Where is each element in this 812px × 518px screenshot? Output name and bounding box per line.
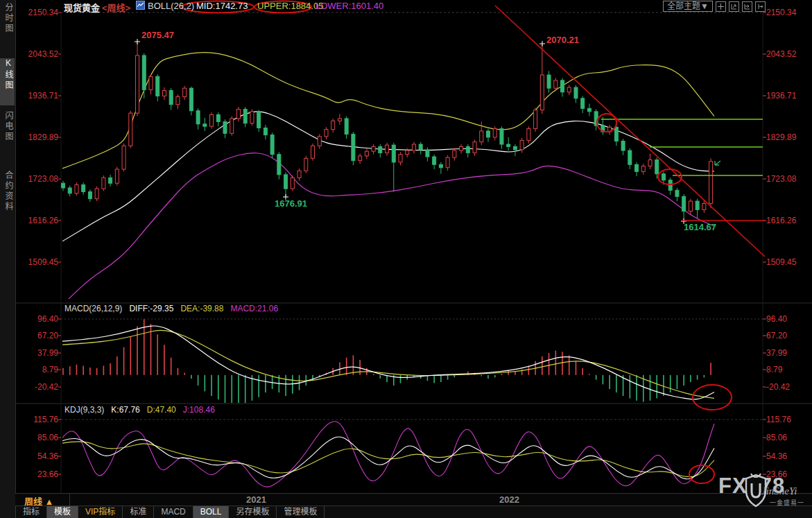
high-price-label-2075: 2075.47 (141, 30, 174, 40)
toolbar-item-4[interactable]: 标准 (123, 506, 154, 518)
timeline-year-2021: 2021 (246, 494, 266, 505)
kdj-d-value: D:47.40 (147, 405, 176, 415)
boll-lower-value: LOWER:1601.40 (316, 1, 383, 11)
pan-right-icon[interactable] (755, 1, 766, 12)
sidebar-tab-3[interactable]: 闪电图 (0, 111, 15, 157)
kdj-axis-label-right: 54.36 (766, 451, 787, 461)
boll-indicator-label: BOLL(26,2) (148, 1, 194, 11)
kdj-axis-label-right: 115.76 (766, 415, 791, 424)
toolbar-item-7[interactable]: 另存模板 (229, 506, 277, 518)
macd-axis-label-right: 8.79 (766, 365, 782, 374)
crosshair-move-icon[interactable] (716, 1, 726, 12)
chart-canvas[interactable] (0, 0, 812, 518)
toolbar-item-8[interactable]: 管理模板 (277, 506, 325, 518)
candlestick-series (62, 42, 713, 221)
price-axis-label-right: 1616.26 (766, 216, 796, 225)
macd-axis-label-right: 37.99 (766, 348, 787, 358)
header-controls: 全部主题▼ (663, 1, 766, 12)
indicator-chart-icon (136, 1, 145, 12)
timeline-divider (69, 494, 70, 506)
kdj-axis-label-right: 23.66 (766, 469, 787, 479)
macd-diff-value: DIFF:-29.35 (129, 304, 173, 313)
kdj-k-value: K:67.76 (111, 405, 139, 415)
timeline-bar: 周线 ▲ 20212022 (15, 493, 812, 506)
period-label[interactable]: <周线> (102, 1, 130, 14)
high-price-label-2070: 2070.21 (546, 35, 579, 45)
price-axis-label-right: 1509.45 (766, 257, 796, 267)
kdj-j-value: J:108.46 (183, 405, 215, 415)
macd-label-row: MACD(26,12,9) DIFF:-29.35 DEA:-39.88 MAC… (64, 304, 278, 313)
boll-upper-value: UPPER:1884.05 (257, 1, 323, 11)
toolbar-item-3[interactable]: VIP指标 (78, 506, 123, 518)
kdj-axis-label-right: 85.06 (766, 433, 787, 442)
kdj-panel (62, 422, 714, 487)
macd-panel (62, 319, 714, 406)
symbol-name[interactable]: 现货黄金 (64, 1, 100, 14)
sidebar-tab-2[interactable]: K线图 (0, 58, 15, 105)
fit-chart-icon[interactable] (729, 1, 739, 12)
sidebar-tab-4[interactable]: 合约资料 (0, 171, 15, 232)
price-axis-label-right: 1936.71 (766, 91, 796, 101)
kdj-label-row: KDJ(9,3,3) K:67.76 D:47.40 J:108.46 (64, 405, 215, 415)
price-axis-label-right: 1829.89 (766, 132, 796, 142)
toolbar-item-6[interactable]: BOLL (193, 506, 230, 518)
kdj-title: KDJ(9,3,3) (64, 405, 104, 415)
macd-axis-label-right: -20.42 (766, 382, 790, 392)
scale-right-icon[interactable] (742, 1, 752, 12)
price-axis-label-right: 2043.52 (766, 49, 796, 59)
bollinger-bands (62, 53, 714, 305)
low-price-label-1676: 1676.91 (275, 198, 307, 209)
bottom-toolbar: 指标模板VIP指标标准MACDBOLL另存模板管理模板 (15, 506, 812, 518)
timeline-year-2022: 2022 (499, 494, 519, 505)
macd-axis-label-right: 96.40 (766, 314, 787, 324)
price-axis-label-right: 1723.08 (766, 174, 796, 184)
sidebar: 分时图K线图闪电图合约资料 (0, 0, 16, 518)
toolbar-item-5[interactable]: MACD (154, 506, 193, 518)
chart-app: 现货黄金 <周线> BOLL(26,2) MID:1742.73 UPPER:1… (0, 0, 812, 518)
boll-mid-value: MID:1742.73 (196, 1, 248, 11)
toolbar-item-1[interactable]: 指标 (15, 506, 47, 518)
theme-selector-button[interactable]: 全部主题▼ (663, 1, 713, 12)
macd-axis-label-right: 67.20 (766, 331, 787, 340)
macd-title: MACD(26,12,9) (64, 304, 122, 313)
low-price-label-1614: 1614.67 (684, 222, 716, 232)
toolbar-item-2[interactable]: 模板 (47, 506, 78, 518)
macd-macd-value: MACD:21.06 (230, 304, 278, 313)
macd-dea-value: DEA:-39.88 (180, 304, 223, 313)
